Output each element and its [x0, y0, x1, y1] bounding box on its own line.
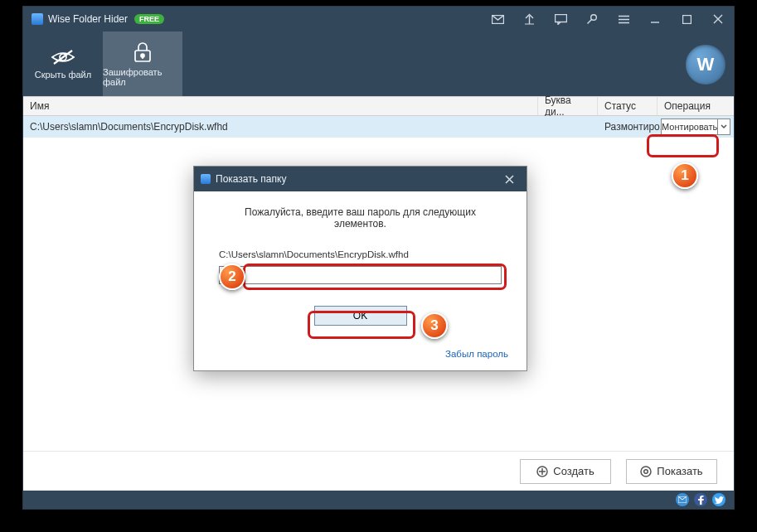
mount-button[interactable]: Монтировать: [661, 118, 718, 135]
dialog-title: Показать папку: [216, 173, 286, 185]
col-name[interactable]: Имя: [23, 97, 538, 115]
dialog-titlebar: Показать папку: [194, 167, 527, 191]
minimize-button[interactable]: [639, 7, 671, 31]
col-status[interactable]: Статус: [598, 97, 658, 115]
col-drive[interactable]: Буква ди...: [538, 97, 598, 115]
mail-icon[interactable]: [482, 7, 513, 31]
feedback-icon[interactable]: [545, 7, 576, 31]
show-button[interactable]: Показать: [626, 459, 717, 484]
statusbar: [23, 491, 734, 509]
ok-button[interactable]: OK: [314, 306, 407, 326]
footer: Создать Показать: [23, 451, 734, 491]
toolbar: Скрыть файл Зашифровать файл W: [23, 31, 734, 96]
share-twitter-icon[interactable]: [712, 493, 725, 506]
dialog-body: Пожалуйста, введите ваш пароль для следу…: [194, 191, 527, 370]
brand-logo: W: [686, 45, 725, 85]
close-button[interactable]: [702, 7, 734, 31]
cell-path: C:\Users\slamn\Documents\EncrypDisk.wfhd: [23, 121, 538, 133]
table-row[interactable]: C:\Users\slamn\Documents\EncrypDisk.wfhd…: [23, 116, 734, 138]
free-badge: FREE: [134, 14, 164, 24]
maximize-button[interactable]: [671, 7, 702, 31]
svg-rect-3: [682, 15, 691, 23]
password-input[interactable]: [219, 266, 502, 284]
cell-op: Монтировать: [658, 118, 734, 135]
dialog-close-button[interactable]: [498, 167, 520, 191]
share-facebook-icon[interactable]: [694, 493, 707, 506]
encrypt-file-button[interactable]: Зашифровать файл: [103, 31, 182, 96]
hide-file-button[interactable]: Скрыть файл: [23, 31, 103, 96]
app-title: Wise Folder Hider: [48, 13, 128, 25]
titlebar: Wise Folder Hider FREE: [23, 7, 734, 31]
dialog-icon: [201, 174, 211, 184]
menu-icon[interactable]: [608, 7, 639, 31]
create-button[interactable]: Создать: [520, 459, 611, 484]
svg-rect-1: [555, 14, 566, 22]
table-header: Имя Буква ди... Статус Операция: [23, 96, 734, 116]
cell-status: Размонтиро...: [598, 121, 658, 133]
hide-file-label: Скрыть файл: [35, 70, 91, 80]
col-op[interactable]: Операция: [658, 97, 734, 115]
op-dropdown-button[interactable]: [718, 118, 730, 135]
update-icon[interactable]: [513, 7, 545, 31]
dialog-path: C:\Users\slamn\Documents\EncrypDisk.wfhd: [219, 249, 502, 259]
dialog-prompt: Пожалуйста, введите ваш пароль для следу…: [219, 206, 502, 230]
share-mail-icon[interactable]: [676, 493, 689, 506]
svg-point-9: [644, 469, 648, 473]
forgot-password-link[interactable]: Забыл пароль: [445, 349, 508, 359]
password-dialog: Показать папку Пожалуйста, введите ваш п…: [193, 166, 527, 371]
svg-point-8: [641, 467, 651, 476]
tools-icon[interactable]: [576, 7, 608, 31]
app-icon: [32, 13, 43, 25]
encrypt-file-label: Зашифровать файл: [103, 67, 182, 87]
